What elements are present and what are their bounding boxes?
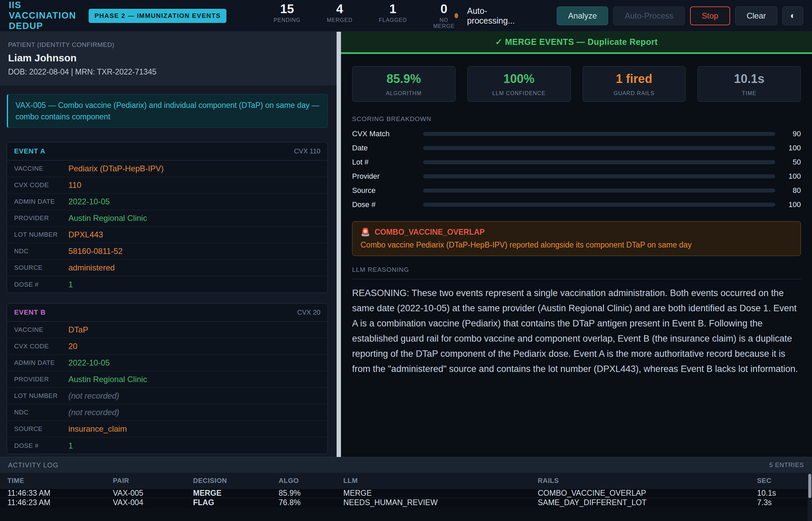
stop-button[interactable]: Stop (690, 6, 730, 25)
score-bar-label: CVX Match (352, 130, 423, 138)
field-value: (not recorded) (68, 408, 119, 417)
field-label: SOURCE (7, 264, 68, 271)
cell-pair: VAX-004 (113, 498, 193, 507)
event-field-row: LOT NUMBER (not recorded) (7, 388, 328, 404)
event-field-row: PROVIDER Austin Regional Clinic (7, 371, 328, 388)
event-field-row: ADMIN DATE 2022-10-05 (7, 355, 328, 371)
score-bar-track (423, 174, 775, 178)
cell-sec: 7.3s (757, 498, 812, 507)
processing-text: Auto-processing... (467, 6, 516, 26)
field-value: 2022-10-05 (68, 197, 110, 206)
field-value: Pediarix (DTaP-HepB-IPV) (68, 164, 164, 173)
clear-button[interactable]: Clear (735, 6, 777, 25)
field-label: PROVIDER (7, 376, 68, 383)
col-time: TIME (7, 477, 113, 484)
stat-value: 0 (433, 2, 455, 16)
score-bar-track (423, 160, 775, 164)
activity-log-scrollbar[interactable] (808, 473, 812, 521)
guard-rail-alert: 🚨 COMBO_VACCINE_OVERLAP Combo vaccine Pe… (352, 221, 801, 256)
stat-value: 4 (327, 2, 353, 16)
col-algo: ALGO (279, 477, 343, 484)
cell-algo: 76.8% (279, 498, 343, 507)
field-value: 110 (68, 180, 81, 190)
field-value: 1 (68, 280, 73, 289)
event-field-row: CVX CODE 110 (7, 177, 328, 194)
score-bar-track (423, 203, 775, 207)
field-value: insurance_claim (68, 424, 127, 434)
field-label: VACCINE (7, 326, 68, 334)
stat-box-value: 10.1s (734, 72, 764, 86)
phase-badge: PHASE 2 — IMMUNIZATION EVENTS (89, 9, 226, 23)
score-bar-row: Source 80 (352, 183, 801, 198)
report-stat-box: 10.1s TIME (697, 66, 801, 102)
score-bar-value: 100 (775, 172, 801, 181)
theme-toggle-button[interactable]: ◐ (782, 6, 803, 25)
auto-process-button[interactable]: Auto-Process (613, 6, 685, 25)
event-field-row: VACCINE Pediarix (DTaP-HepB-IPV) (7, 160, 328, 177)
score-bar-value: 80 (775, 186, 801, 195)
field-value: Austin Regional Clinic (68, 213, 147, 223)
cell-decision: FLAG (193, 498, 279, 507)
stat-box-value: 85.9% (386, 72, 421, 86)
event-b-rows: VACCINE DTaP CVX CODE 20 ADMIN DATE 2022… (7, 322, 328, 454)
score-bar-track (423, 132, 775, 136)
cell-algo: 85.9% (279, 489, 343, 498)
field-label: DOSE # (7, 442, 68, 450)
activity-log-scrollbar-thumb[interactable] (808, 474, 811, 498)
app-header: IIS VACCINATION DEDUP PHASE 2 — IMMUNIZA… (0, 0, 812, 32)
contrast-icon: ◐ (790, 10, 795, 21)
processing-dot-icon (455, 13, 458, 18)
activity-log-header: ACTIVITY LOG 5 ENTRIES (0, 457, 812, 473)
field-label: LOT NUMBER (7, 231, 68, 239)
cell-llm: MERGE (343, 489, 538, 498)
field-label: ADMIN DATE (7, 359, 68, 366)
event-a-rows: VACCINE Pediarix (DTaP-HepB-IPV) CVX COD… (7, 160, 328, 293)
cell-time: 11:46:23 AM (7, 498, 113, 507)
col-sec: SEC (757, 477, 812, 484)
score-bar-row: Dose # 100 (352, 198, 801, 212)
table-row: 11:46:33 AM VAX-005 MERGE 85.9% MERGE CO… (0, 488, 812, 498)
event-a-cvx-tag: CVX 110 (294, 148, 320, 155)
field-value: Austin Regional Clinic (68, 375, 147, 384)
cell-rails: COMBO_VACCINE_OVERLAP (538, 489, 757, 498)
header-stat: 15 PENDING (273, 2, 301, 29)
stat-value: 1 (379, 2, 407, 16)
event-a-header: EVENT A CVX 110 (7, 142, 328, 160)
stat-label: PENDING (273, 17, 301, 23)
stat-box-label: LLM CONFIDENCE (492, 90, 546, 96)
analyze-button[interactable]: Analyze (557, 6, 608, 25)
cell-llm: NEEDS_HUMAN_REVIEW (343, 498, 538, 507)
report-stat-box: 100% LLM CONFIDENCE (467, 66, 571, 102)
event-field-row: SOURCE administered (7, 260, 328, 276)
patient-name: Liam Johnson (8, 52, 329, 64)
patient-section-label: PATIENT (IDENTITY CONFIRMED) (8, 41, 329, 49)
stat-box-value: 1 fired (616, 72, 652, 86)
score-bar-value: 100 (775, 200, 801, 209)
stat-label: MERGED (327, 17, 353, 23)
score-bar-value: 50 (775, 158, 801, 166)
header-stat: 0 NO MERGE (433, 2, 455, 29)
processing-status: Auto-processing... (455, 6, 516, 26)
score-bar-label: Date (352, 144, 423, 153)
guard-rail-description: Combo vaccine Pediarix (DTaP-HepB-IPV) r… (360, 241, 792, 250)
scoring-bars: CVX Match 90 Date 100 (352, 127, 801, 212)
stat-value: 15 (273, 2, 301, 16)
field-label: LOT NUMBER (7, 392, 68, 400)
stat-box-label: ALGORITHM (386, 90, 422, 96)
report-stat-box: 85.9% ALGORITHM (352, 66, 456, 102)
stat-box-label: TIME (742, 90, 757, 96)
score-bar-track (423, 188, 775, 192)
field-label: PROVIDER (7, 214, 68, 222)
left-panel-scrollbar[interactable] (337, 32, 341, 457)
llm-reasoning-label: LLM REASONING (352, 266, 801, 273)
score-bar-label: Provider (352, 172, 423, 181)
table-row: 11:46:23 AM VAX-004 FLAG 76.8% NEEDS_HUM… (0, 498, 812, 507)
cell-decision: MERGE (193, 489, 279, 498)
col-pair: PAIR (113, 477, 193, 484)
patient-panel: PATIENT (IDENTITY CONFIRMED) Liam Johnso… (0, 32, 337, 457)
field-label: SOURCE (7, 425, 68, 433)
guard-rail-title-row: 🚨 COMBO_VACCINE_OVERLAP (360, 228, 792, 237)
event-a-title: EVENT A (14, 148, 46, 155)
field-value: DTaP (68, 325, 88, 335)
report-body: 85.9% ALGORITHM 100% LLM CONFIDENCE 1 fi… (341, 54, 812, 377)
